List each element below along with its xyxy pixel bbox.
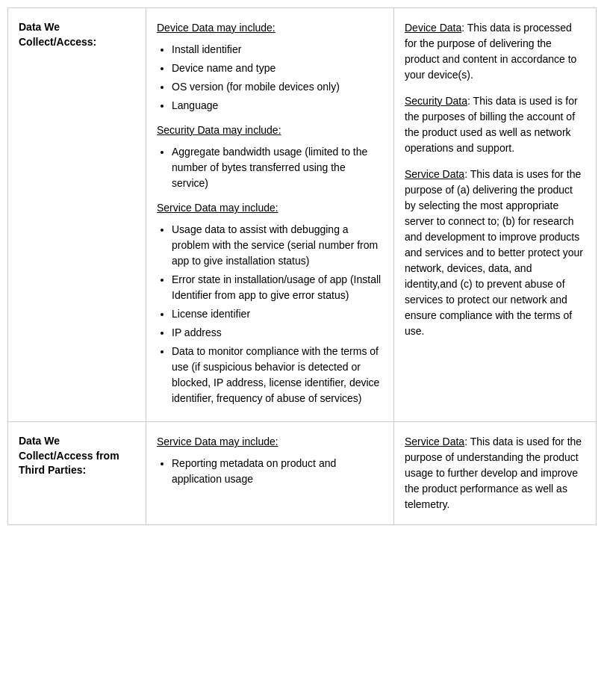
purpose-entry: Security Data: This data is used is for … [405,93,585,156]
purpose-term: Security Data [405,95,467,107]
row-label: Data We Collect/Access: [8,8,146,421]
main-table: Data We Collect/Access:Device Data may i… [7,7,597,525]
row-label: Data We Collect/Access from Third Partie… [8,422,146,524]
row-purpose: Device Data: This data is processed for … [394,8,596,421]
section-list: Reporting metadata on product and applic… [157,456,383,487]
purpose-text: : This data is uses for the purpose of (… [405,168,583,337]
row-purpose: Service Data: This data is used for the … [394,422,596,524]
table-row: Data We Collect/Access:Device Data may i… [8,8,596,422]
section-heading: Service Data may include: [157,200,383,216]
section-heading: Security Data may include: [157,123,383,138]
list-item: Error state in installation/usage of app… [172,272,383,303]
list-item: Install identifier [172,42,383,58]
list-item: OS version (for mobile devices only) [172,79,383,95]
list-item: License identifier [172,306,383,322]
list-item: Language [172,98,383,114]
section-heading: Device Data may include: [157,20,383,36]
list-item: IP address [172,325,383,341]
section-heading: Service Data may include: [157,434,383,450]
purpose-entry: Service Data: This data is used for the … [405,434,585,512]
list-item: Data to monitor compliance with the term… [172,344,383,406]
table-row: Data We Collect/Access from Third Partie… [8,422,596,524]
row-content: Service Data may include:Reporting metad… [146,422,394,524]
purpose-term: Service Data [405,168,464,180]
list-item: Reporting metadata on product and applic… [172,456,383,487]
section-list: Usage data to assist with debugging a pr… [157,222,383,406]
list-item: Aggregate bandwidth usage (limited to th… [172,144,383,191]
purpose-entry: Device Data: This data is processed for … [405,20,585,83]
section-list: Install identifierDevice name and typeOS… [157,42,383,114]
list-item: Device name and type [172,61,383,76]
purpose-entry: Service Data: This data is uses for the … [405,167,585,339]
section-list: Aggregate bandwidth usage (limited to th… [157,144,383,191]
purpose-term: Service Data [405,436,464,447]
purpose-term: Device Data [405,22,461,34]
row-content: Device Data may include:Install identifi… [146,8,394,421]
list-item: Usage data to assist with debugging a pr… [172,222,383,269]
